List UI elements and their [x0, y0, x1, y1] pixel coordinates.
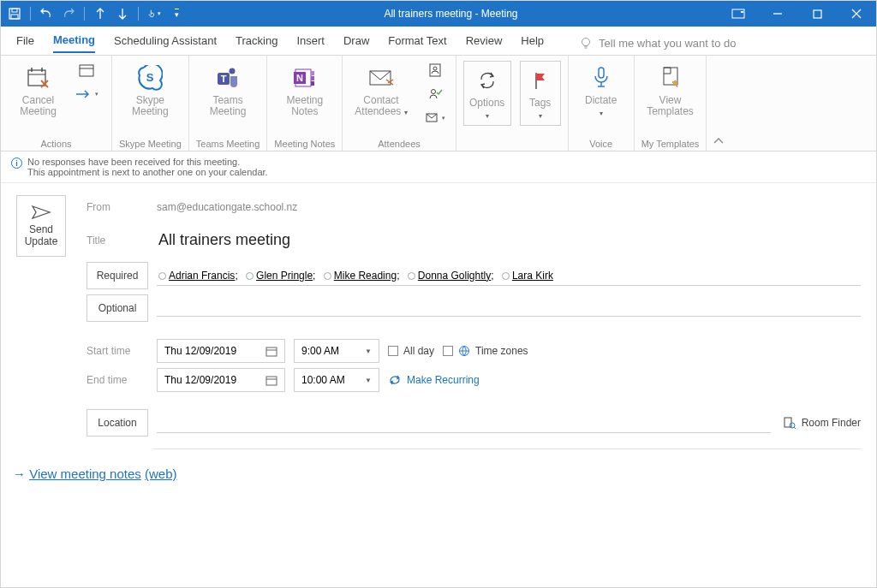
start-time-label: Start time: [87, 345, 148, 357]
location-field[interactable]: [157, 413, 771, 433]
ribbon: Cancel Meeting ▾ Actions S Skype Meeting: [1, 56, 876, 151]
attendee-chip[interactable]: Lara Kirk: [512, 270, 553, 282]
group-teams-meeting: T Teams Meeting Teams Meeting: [189, 56, 268, 151]
room-finder-label: Room Finder: [802, 417, 861, 429]
end-date-picker[interactable]: Thu 12/09/2019: [157, 368, 285, 392]
skype-meeting-label: Skype Meeting: [132, 95, 169, 117]
tab-draw[interactable]: Draw: [343, 34, 369, 52]
teams-meeting-label: Teams Meeting: [210, 95, 247, 117]
status-circle-icon: [246, 272, 254, 280]
tell-me-placeholder: Tell me what you want to do: [599, 37, 736, 50]
maximize-icon[interactable]: [797, 1, 837, 27]
tags-label: Tags: [529, 97, 551, 109]
svg-rect-18: [80, 65, 93, 76]
tell-me-search[interactable]: Tell me what you want to do: [580, 37, 736, 50]
touch-mode-icon[interactable]: ▾: [147, 7, 161, 21]
send-update-button[interactable]: Send Update: [16, 195, 66, 257]
dictate-button[interactable]: Dictate ▾: [576, 61, 627, 121]
group-voice: Dictate ▾ Voice: [569, 56, 635, 151]
lightbulb-icon: [580, 37, 592, 50]
svg-rect-3: [732, 9, 744, 18]
all-day-checkbox[interactable]: All day: [388, 345, 434, 357]
minimize-icon[interactable]: [758, 1, 797, 27]
status-circle-icon: [408, 272, 415, 280]
svg-rect-43: [785, 418, 791, 427]
ribbon-collapse-button[interactable]: [707, 56, 731, 151]
recurrence-icon: [474, 67, 501, 94]
info-bar: i No responses have been received for th…: [1, 151, 876, 183]
info-line-2: This appointment is next to another one …: [27, 167, 268, 177]
svg-text:N: N: [296, 73, 303, 83]
options-button[interactable]: Options ▾: [463, 61, 511, 126]
meeting-notes-button[interactable]: N Meeting Notes: [279, 61, 331, 121]
save-icon[interactable]: [8, 7, 21, 21]
prev-item-icon[interactable]: [93, 7, 107, 21]
close-icon[interactable]: [837, 1, 876, 27]
title-field[interactable]: All trainers meeting: [157, 229, 861, 251]
tab-tracking[interactable]: Tracking: [236, 34, 277, 52]
teams-icon: T: [214, 64, 242, 92]
ribbon-display-icon[interactable]: [719, 1, 758, 27]
globe-icon: [458, 345, 470, 357]
group-actions: Cancel Meeting ▾ Actions: [1, 56, 112, 151]
tab-format-text[interactable]: Format Text: [388, 34, 446, 52]
contact-attendees-button[interactable]: Contact Attendees ▾: [349, 61, 412, 121]
forward-small-button[interactable]: ▾: [73, 85, 100, 104]
view-templates-button[interactable]: View Templates: [641, 61, 699, 121]
skype-icon: S: [136, 64, 164, 92]
meeting-body[interactable]: → View meeting notes (web): [1, 449, 876, 498]
window-title: All trainers meeting - Meeting: [183, 8, 719, 20]
start-date-picker[interactable]: Thu 12/09/2019: [157, 339, 285, 363]
redo-icon[interactable]: [62, 7, 75, 21]
end-time-picker[interactable]: 10:00 AM ▼: [294, 368, 379, 392]
group-notes-label: Meeting Notes: [274, 135, 335, 149]
svg-point-33: [431, 90, 435, 94]
calendar-small-button[interactable]: [73, 61, 100, 80]
optional-button[interactable]: Optional: [87, 294, 148, 322]
required-field[interactable]: Adrian Francis; Glen Pringle; Mike Readi…: [157, 266, 861, 286]
status-circle-icon: [324, 272, 331, 280]
tab-scheduling-assistant[interactable]: Scheduling Assistant: [114, 34, 217, 52]
status-circle-icon: [158, 272, 166, 280]
meeting-form: Send Update From sam@educationgate.schoo…: [1, 183, 876, 448]
tab-help[interactable]: Help: [521, 34, 544, 52]
room-finder-button[interactable]: Room Finder: [783, 416, 861, 430]
tab-file[interactable]: File: [16, 34, 34, 52]
end-time-value: 10:00 AM: [301, 374, 345, 386]
view-meeting-notes-link[interactable]: View meeting notes: [29, 466, 141, 481]
check-names-button[interactable]: [421, 85, 449, 104]
qat-customize-icon[interactable]: ▾: [170, 7, 183, 21]
attendee-chip[interactable]: Mike Reading: [334, 270, 397, 282]
optional-field[interactable]: [157, 300, 861, 317]
options-label: Options: [469, 97, 504, 109]
location-button[interactable]: Location: [87, 409, 148, 437]
room-finder-icon: [783, 416, 796, 430]
skype-meeting-button[interactable]: S Skype Meeting: [124, 61, 176, 121]
cancel-meeting-icon: [25, 64, 52, 92]
undo-icon[interactable]: [39, 7, 53, 21]
address-book-button[interactable]: [421, 61, 449, 80]
tab-meeting[interactable]: Meeting: [53, 33, 95, 53]
attendee-chip[interactable]: Donna Golightly: [418, 270, 491, 282]
next-item-icon[interactable]: [116, 7, 129, 21]
onenote-icon: N: [291, 64, 319, 92]
tags-button[interactable]: Tags ▾: [520, 61, 561, 126]
cancel-meeting-button[interactable]: Cancel Meeting: [13, 61, 64, 121]
teams-meeting-button[interactable]: T Teams Meeting: [202, 61, 254, 121]
response-options-button[interactable]: ▾: [421, 109, 449, 128]
attendee-chip[interactable]: Glen Pringle: [256, 270, 313, 282]
tab-insert[interactable]: Insert: [296, 34, 325, 52]
view-meeting-notes-web-link[interactable]: (web): [145, 466, 177, 481]
required-button[interactable]: Required: [87, 262, 148, 289]
group-actions-label: Actions: [8, 135, 104, 149]
svg-rect-41: [266, 377, 277, 385]
group-attendees-label: Attendees: [349, 135, 448, 149]
attendee-chip[interactable]: Adrian Francis: [169, 270, 235, 282]
window-buttons: [719, 1, 876, 27]
start-time-picker[interactable]: 9:00 AM ▼: [294, 339, 379, 363]
time-zones-checkbox[interactable]: Time zones: [443, 345, 528, 357]
tab-review[interactable]: Review: [466, 34, 503, 52]
group-teams-label: Teams Meeting: [196, 135, 260, 149]
make-recurring-button[interactable]: Make Recurring: [388, 374, 480, 386]
all-day-label: All day: [403, 345, 434, 357]
